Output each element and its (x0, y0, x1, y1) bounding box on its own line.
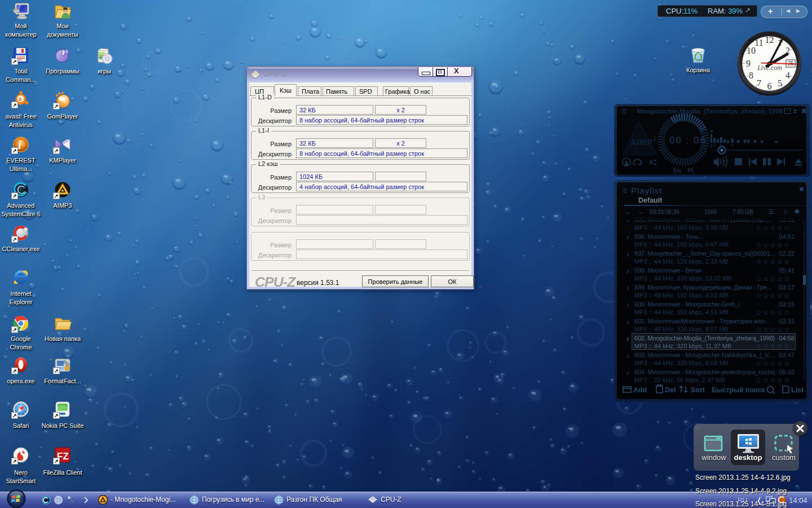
svg-text:a: a (19, 96, 22, 102)
svg-text:List: List (791, 386, 803, 394)
svg-text:Eq: Eq (673, 167, 681, 174)
svg-text:Add: Add (633, 386, 647, 394)
svg-text:7: 7 (757, 78, 761, 88)
svg-text:9: 9 (746, 59, 751, 68)
svg-text:PL: PL (687, 167, 695, 174)
svg-text:8: 8 (749, 71, 753, 80)
svg-text:00 : 06: 00 : 06 (669, 135, 707, 146)
svg-text:i: i (18, 139, 21, 151)
svg-text:Sort: Sort (691, 386, 705, 394)
svg-text:AIMP: AIMP (630, 138, 653, 147)
svg-text:12: 12 (765, 35, 774, 45)
svg-text:Быстрый поиск: Быстрый поиск (712, 386, 765, 394)
svg-text:4: 4 (785, 71, 790, 80)
svg-text:Del: Del (665, 386, 676, 394)
svg-text:3: 3 (653, 136, 656, 142)
svg-text:11: 11 (754, 38, 763, 47)
svg-text:5: 5 (778, 78, 782, 88)
